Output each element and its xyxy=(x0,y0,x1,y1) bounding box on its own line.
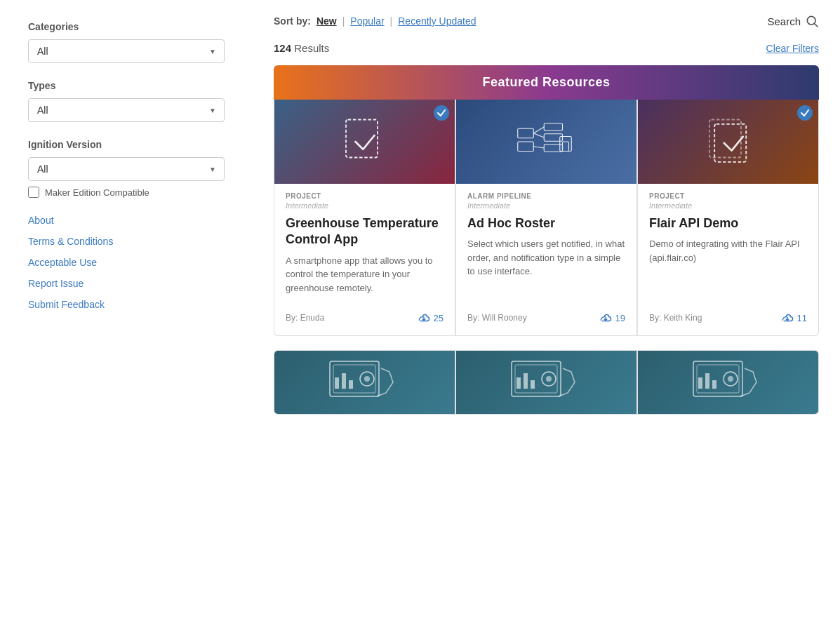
types-select[interactable]: All xyxy=(28,98,225,122)
svg-rect-12 xyxy=(562,142,568,152)
second-row-cards xyxy=(274,350,819,415)
card-1-download-count: 25 xyxy=(434,313,444,323)
submit-feedback-link[interactable]: Submit Feedback xyxy=(28,299,225,310)
verified-check-icon xyxy=(436,108,446,118)
svg-point-28 xyxy=(546,376,552,382)
card-3-desc: Demo of integrating with the Flair API (… xyxy=(649,237,807,295)
maker-edition-label[interactable]: Maker Edition Compatible xyxy=(45,187,149,198)
terms-link[interactable]: Terms & Conditions xyxy=(28,236,225,247)
card-1-author: By: Enuda xyxy=(286,313,324,323)
sort-divider-2: | xyxy=(390,15,393,27)
featured-banner: Featured Resources xyxy=(274,65,819,100)
card-2-body: ALARM PIPELINE Intermediate Ad Hoc Roste… xyxy=(456,184,636,303)
sidebar-links: About Terms & Conditions Acceptable Use … xyxy=(28,215,225,310)
svg-line-8 xyxy=(533,127,544,133)
types-label: Types xyxy=(28,80,225,91)
card-1-desc: A smartphone app that allows you to cont… xyxy=(286,254,444,295)
card-2[interactable]: ALARM PIPELINE Intermediate Ad Hoc Roste… xyxy=(456,100,636,335)
types-select-wrapper: All xyxy=(28,98,225,122)
about-link[interactable]: About xyxy=(28,215,225,226)
thumb-card-1[interactable] xyxy=(274,351,455,414)
types-section: Types All xyxy=(28,80,225,122)
card-3-downloads: 11 xyxy=(781,311,807,324)
thumb-card-2[interactable] xyxy=(456,351,636,414)
card-1[interactable]: PROJECT Intermediate Greenhouse Temperat… xyxy=(274,100,455,335)
card-1-downloads: 25 xyxy=(418,311,444,324)
ignition-version-section: Ignition Version All Maker Edition Compa… xyxy=(28,139,225,198)
svg-line-10 xyxy=(533,147,544,148)
top-bar: Sort by: New | Popular | Recently Update… xyxy=(274,14,819,28)
card-2-title: Ad Hoc Roster xyxy=(467,215,625,232)
search-label: Search xyxy=(767,15,801,27)
svg-rect-26 xyxy=(531,380,535,389)
acceptable-use-link[interactable]: Acceptable Use xyxy=(28,257,225,268)
clear-filters-link[interactable]: Clear Filters xyxy=(766,43,819,54)
card-3-type: PROJECT xyxy=(649,192,807,200)
card-3-icon xyxy=(697,110,760,173)
card-2-desc: Select which users get notified, in what… xyxy=(467,237,625,295)
featured-banner-text: Featured Resources xyxy=(482,75,610,89)
card-3[interactable]: PROJECT Intermediate Flair API Demo Demo… xyxy=(638,100,818,335)
svg-rect-25 xyxy=(524,373,528,389)
search-area[interactable]: Search xyxy=(767,14,819,28)
card-1-icon xyxy=(333,110,396,173)
card-3-download-count: 11 xyxy=(797,313,807,323)
svg-rect-4 xyxy=(517,142,533,152)
svg-rect-17 xyxy=(335,377,339,389)
sort-new[interactable]: New xyxy=(316,15,337,27)
thumb-icon-3 xyxy=(690,358,767,407)
card-2-icon xyxy=(515,110,578,173)
categories-select-wrapper: All xyxy=(28,39,225,63)
sidebar: Categories All Types All Ignition Versio… xyxy=(0,0,253,630)
sort-bar: Sort by: New | Popular | Recently Update… xyxy=(274,15,476,27)
svg-rect-18 xyxy=(342,373,346,389)
sort-label: Sort by: xyxy=(274,15,311,27)
sort-divider-1: | xyxy=(342,15,345,27)
sort-popular[interactable]: Popular xyxy=(350,15,384,27)
card-2-level: Intermediate xyxy=(467,201,625,210)
svg-rect-11 xyxy=(559,137,571,152)
card-3-body: PROJECT Intermediate Flair API Demo Demo… xyxy=(638,184,818,303)
categories-label: Categories xyxy=(28,21,225,32)
svg-rect-19 xyxy=(349,380,353,389)
search-icon xyxy=(805,14,819,28)
maker-edition-row: Maker Edition Compatible xyxy=(28,187,225,198)
svg-rect-5 xyxy=(544,123,562,131)
card-1-footer: By: Enuda 25 xyxy=(274,311,455,324)
card-2-download-count: 19 xyxy=(615,313,625,323)
maker-edition-checkbox[interactable] xyxy=(28,187,39,198)
download-icon-3 xyxy=(781,311,794,324)
svg-line-1 xyxy=(815,24,818,27)
featured-cards-grid: PROJECT Intermediate Greenhouse Temperat… xyxy=(274,100,819,336)
ignition-version-select[interactable]: All xyxy=(28,157,225,181)
card-3-level: Intermediate xyxy=(649,201,807,210)
download-icon-2 xyxy=(599,311,612,324)
card-1-title: Greenhouse Temperature Control App xyxy=(286,215,444,248)
ignition-version-select-wrapper: All xyxy=(28,157,225,181)
card-1-image xyxy=(274,100,455,184)
report-issue-link[interactable]: Report Issue xyxy=(28,278,225,289)
card-2-image xyxy=(456,100,636,184)
card-2-downloads: 19 xyxy=(599,311,625,324)
sort-recently-updated[interactable]: Recently Updated xyxy=(398,15,476,27)
results-count: 124 Results xyxy=(274,42,329,54)
download-icon-1 xyxy=(418,311,430,324)
card-2-footer: By: Will Rooney 19 xyxy=(456,311,636,324)
svg-rect-31 xyxy=(698,377,702,389)
thumb-icon-1 xyxy=(326,358,404,407)
svg-line-9 xyxy=(533,133,544,138)
card-1-verified-badge xyxy=(434,105,449,121)
svg-rect-33 xyxy=(712,380,716,389)
card-2-type: ALARM PIPELINE xyxy=(467,192,625,200)
card-1-body: PROJECT Intermediate Greenhouse Temperat… xyxy=(274,184,455,303)
card-1-type: PROJECT xyxy=(286,192,444,200)
categories-select[interactable]: All xyxy=(28,39,225,63)
card-3-image xyxy=(638,100,818,184)
svg-point-21 xyxy=(364,376,370,382)
thumb-card-3[interactable] xyxy=(638,351,818,414)
card-2-author: By: Will Rooney xyxy=(467,313,527,323)
categories-section: Categories All xyxy=(28,21,225,63)
svg-rect-24 xyxy=(516,377,521,389)
card-3-title: Flair API Demo xyxy=(649,215,807,232)
svg-point-0 xyxy=(807,16,815,25)
